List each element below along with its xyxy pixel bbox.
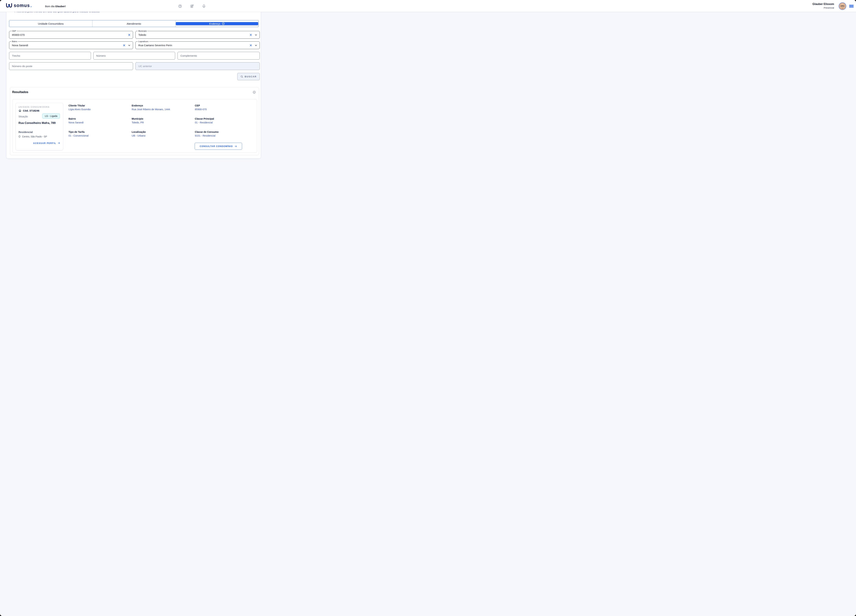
search-panel: Preencha pelo menos um dos campos abaixo… bbox=[6, 7, 261, 158]
complemento-input[interactable] bbox=[178, 52, 260, 59]
new-note-icon[interactable] bbox=[190, 4, 194, 8]
detail-cell: Munícipio Toledo, PR bbox=[132, 117, 195, 124]
detail-cell: Bairro Nova Sarandi bbox=[68, 117, 132, 124]
app-window: Preencha pelo menos um dos campos abaixo… bbox=[0, 0, 268, 168]
unit-kicker: UNIDADE CONSUMIDORA bbox=[18, 106, 50, 108]
map-pin-icon bbox=[18, 135, 21, 138]
complemento-field[interactable] bbox=[177, 52, 260, 60]
cep-field[interactable]: CEP bbox=[9, 31, 133, 39]
clear-icon[interactable] bbox=[123, 44, 126, 47]
municipio-field[interactable]: Município bbox=[135, 31, 260, 39]
detail-cell: CEP 85900-070 bbox=[195, 104, 259, 111]
bairro-field[interactable]: Bairro bbox=[9, 41, 133, 49]
search-icon bbox=[240, 75, 243, 78]
numero-poste-field[interactable] bbox=[9, 62, 133, 70]
municipio-input[interactable] bbox=[135, 31, 260, 38]
tab-unidade-consumidora[interactable]: Unidade Consumidora bbox=[9, 20, 92, 27]
clear-icon[interactable] bbox=[249, 44, 252, 47]
top-bar: somus . Bom dia Glauber! Glauber Elissom… bbox=[0, 0, 268, 12]
somus-logo-text: somus bbox=[14, 3, 30, 8]
bairro-input[interactable] bbox=[9, 41, 133, 49]
tab-endereco[interactable]: Endereço bbox=[176, 22, 258, 25]
detail-cell: Classe de Consumo 9101 - Residencial bbox=[195, 130, 259, 138]
numero-field[interactable] bbox=[93, 52, 175, 60]
chevron-down-icon[interactable] bbox=[254, 44, 257, 47]
numero-input[interactable] bbox=[94, 52, 175, 59]
tab-atendimento[interactable]: Atendimento bbox=[92, 20, 176, 27]
detail-cell: Localização UB - Urbano bbox=[132, 130, 195, 138]
unit-category: Residencial bbox=[18, 131, 33, 134]
arrow-right-icon bbox=[234, 145, 237, 147]
situacao-label: Situação bbox=[18, 115, 28, 118]
unit-location-text: Centro, São Paulo - SP bbox=[22, 135, 47, 138]
home-icon bbox=[18, 109, 22, 112]
detail-cell: Endereço Rua José Ribeiro de Moraes, 144… bbox=[132, 104, 195, 111]
trecho-input[interactable] bbox=[9, 52, 91, 59]
chevron-down-icon[interactable] bbox=[128, 44, 131, 47]
cep-input[interactable] bbox=[9, 31, 133, 38]
numero-poste-input[interactable] bbox=[9, 63, 133, 70]
unit-street: Rua Conselheiro Mafra, 789 bbox=[18, 120, 59, 125]
arrow-right-icon bbox=[57, 142, 60, 144]
status-badge: LG - Ligada bbox=[42, 114, 60, 118]
info-icon[interactable] bbox=[253, 91, 256, 94]
results-section: Resultados UNIDADE CONSUMIDORA Cód. 3718… bbox=[10, 87, 259, 155]
clear-icon[interactable] bbox=[128, 33, 131, 37]
detail-cell: Classe Principal 01 - Residencial bbox=[195, 117, 259, 124]
detail-cell: Cliente Títular Lígia Alves Gusmão bbox=[68, 104, 132, 111]
somus-logo-dot: . bbox=[31, 3, 32, 8]
consultar-condominio-button[interactable]: CONSULTAR CONDOMÍNIO bbox=[195, 143, 242, 150]
uc-anterior-field bbox=[135, 62, 260, 70]
somus-logo-mark-icon bbox=[6, 3, 12, 8]
help-icon[interactable] bbox=[178, 4, 182, 8]
somus-logo[interactable]: somus . bbox=[6, 3, 32, 8]
search-tab-group: Unidade Consumidora Atendimento Endereço bbox=[9, 20, 259, 27]
logradouro-field[interactable]: Logradouro bbox=[135, 41, 260, 49]
unit-code-text: Cód. 3718246 bbox=[23, 109, 39, 112]
buscar-button[interactable]: BUSCAR bbox=[237, 73, 260, 80]
greeting-text: Bom dia Glauber! bbox=[45, 5, 66, 8]
chevron-down-icon[interactable] bbox=[254, 33, 257, 37]
bell-icon[interactable] bbox=[202, 4, 206, 8]
clear-icon[interactable] bbox=[249, 33, 252, 37]
result-item: UNIDADE CONSUMIDORA Cód. 3718246 Situaçã… bbox=[12, 99, 257, 153]
check-circle-icon bbox=[222, 22, 225, 25]
results-title: Resultados bbox=[12, 91, 28, 94]
logradouro-input[interactable] bbox=[135, 41, 260, 49]
detail-cell: Tipo de Tarifa 01 - Convencional bbox=[68, 130, 132, 138]
acessar-perfil-link[interactable]: ACESSAR PERFIL bbox=[33, 142, 60, 144]
unit-card: UNIDADE CONSUMIDORA Cód. 3718246 Situaçã… bbox=[15, 103, 63, 151]
unit-details-grid: Cliente Títular Lígia Alves Gusmão Ender… bbox=[68, 104, 259, 138]
uc-anterior-input bbox=[135, 63, 260, 70]
trecho-field[interactable] bbox=[9, 52, 91, 60]
